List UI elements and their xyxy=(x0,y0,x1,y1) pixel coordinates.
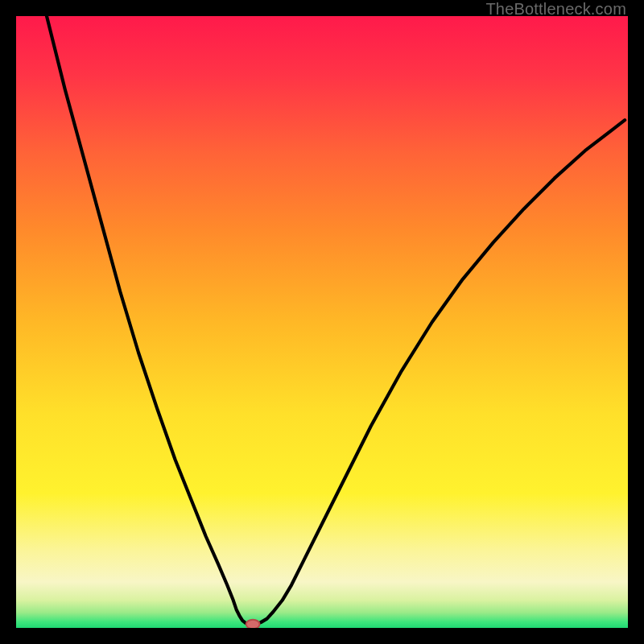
minimum-marker xyxy=(246,620,260,628)
bottleneck-curve xyxy=(16,16,628,628)
svg-point-1 xyxy=(246,620,260,628)
watermark-text: TheBottleneck.com xyxy=(485,0,626,19)
plot-frame xyxy=(16,16,628,628)
